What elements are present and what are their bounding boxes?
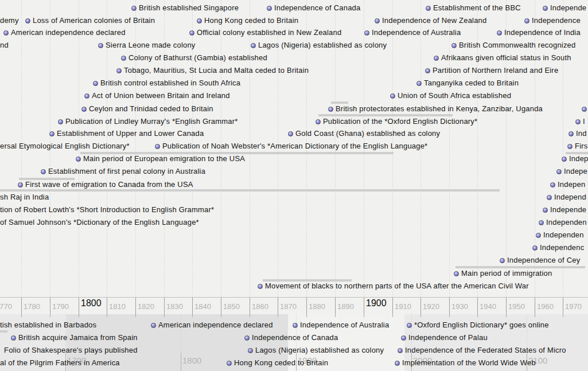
event-dot[interactable] <box>258 284 263 289</box>
event-dot[interactable] <box>539 220 544 225</box>
event-label[interactable]: British control established in South Afr… <box>100 79 240 88</box>
event-dot[interactable] <box>532 245 538 251</box>
event-label[interactable]: Publication of Noah Webster's *American … <box>162 142 427 151</box>
event-label[interactable]: Independenc <box>540 243 584 252</box>
event-label[interactable]: Indep <box>569 154 588 163</box>
event-label[interactable]: Indepen <box>558 180 585 189</box>
event-label[interactable]: Folio of Shakespeare's plays published <box>4 346 138 355</box>
event-label[interactable]: demy <box>0 16 19 25</box>
event-dot[interactable] <box>543 208 548 213</box>
event-dot[interactable] <box>556 169 562 174</box>
event-label[interactable]: sh Raj in India <box>0 193 49 202</box>
event-label[interactable]: American independence declared <box>11 28 126 37</box>
event-dot[interactable] <box>567 144 573 149</box>
event-label[interactable]: of Samuel Johnson's *Dictionary of the E… <box>0 218 199 227</box>
event-label[interactable]: Indepe <box>564 167 587 176</box>
event-dot[interactable] <box>76 157 81 162</box>
event-label[interactable]: British established Singapore <box>139 3 239 13</box>
event-dot[interactable] <box>434 56 439 61</box>
event-label[interactable]: Independen <box>543 231 584 240</box>
event-label[interactable]: Independen <box>546 218 587 227</box>
event-label[interactable]: Main period of European emigration to th… <box>83 154 245 163</box>
event-dot[interactable] <box>248 348 253 353</box>
event-dot[interactable] <box>93 81 98 86</box>
event-dot[interactable] <box>251 43 256 48</box>
event-label[interactable]: Afrikaans given official status in South <box>441 53 571 63</box>
event-label[interactable]: Main period of immigration <box>461 269 552 278</box>
event-dot[interactable] <box>49 131 54 136</box>
event-dot[interactable] <box>328 107 333 112</box>
event-dot[interactable] <box>407 323 412 328</box>
event-label[interactable]: Firs <box>575 142 587 151</box>
event-dot[interactable] <box>81 107 87 112</box>
event-dot[interactable] <box>151 323 156 328</box>
event-dot[interactable] <box>582 107 587 112</box>
event-label[interactable]: Union of South Africa established <box>398 91 511 100</box>
event-label[interactable]: Sierra Leone made colony <box>106 41 196 50</box>
event-label[interactable]: Independe <box>550 205 586 214</box>
event-dot[interactable] <box>227 361 232 366</box>
event-dot[interactable] <box>58 119 63 124</box>
event-label[interactable]: British Commonwealth recognized <box>459 41 575 50</box>
event-dot[interactable] <box>550 182 555 188</box>
event-label[interactable]: American independence declared <box>158 321 273 330</box>
event-dot[interactable] <box>3 30 9 36</box>
event-dot[interactable] <box>568 131 574 136</box>
event-label[interactable]: Act of Union between Britain and Ireland <box>92 91 230 100</box>
event-dot[interactable] <box>11 335 16 341</box>
event-dot[interactable] <box>84 93 89 99</box>
event-label[interactable]: Colony of Bathurst (Gambia) established <box>128 53 267 63</box>
event-dot[interactable] <box>425 68 430 73</box>
event-label[interactable]: Independe <box>550 3 586 13</box>
event-label[interactable]: Lagos (Nigeria) established as colony <box>258 41 387 50</box>
event-dot[interactable] <box>25 18 30 24</box>
event-label[interactable]: Publication of Lindley Murray's *English… <box>65 117 238 126</box>
event-label[interactable]: Independence of Australia <box>372 28 461 37</box>
event-label[interactable]: Independence of the Federated States of … <box>405 346 566 355</box>
event-label[interactable]: Hong Kong ceded to Britain <box>204 16 298 25</box>
event-label[interactable]: Movement of blacks to northern parts of … <box>265 282 529 291</box>
event-dot[interactable] <box>398 348 403 353</box>
event-dot[interactable] <box>364 30 369 36</box>
event-label[interactable]: Tobago, Mauritius, St Lucia and Malta ce… <box>124 66 309 75</box>
event-dot[interactable] <box>98 43 103 48</box>
event-dot[interactable] <box>454 271 459 276</box>
event-dot[interactable] <box>401 335 406 341</box>
event-dot[interactable] <box>189 30 194 36</box>
event-dot[interactable] <box>375 18 380 24</box>
event-dot[interactable] <box>197 18 202 24</box>
event-label[interactable]: Independence of New Zealand <box>382 16 486 25</box>
event-dot[interactable] <box>451 43 457 48</box>
event-label[interactable]: Independ <box>554 193 586 202</box>
event-label[interactable]: al of the Pilgrim Fathers in America <box>0 358 120 368</box>
event-dot[interactable] <box>543 6 548 11</box>
event-dot[interactable] <box>155 144 160 149</box>
event-label[interactable]: Independence of Canada <box>252 333 338 342</box>
event-label[interactable]: British acquire Jamaica from Spain <box>18 333 138 342</box>
event-label[interactable]: Establishment of the BBC <box>433 3 521 13</box>
event-dot[interactable] <box>288 131 293 136</box>
event-dot[interactable] <box>293 323 298 328</box>
event-dot[interactable] <box>575 119 581 124</box>
event-dot[interactable] <box>244 335 250 341</box>
event-label[interactable]: Tanganyika ceded to Britain <box>424 79 519 88</box>
event-dot[interactable] <box>121 56 126 61</box>
event-label[interactable]: Independence of Canada <box>274 3 360 13</box>
event-dot[interactable] <box>390 93 395 99</box>
event-dot[interactable] <box>562 157 567 162</box>
event-dot[interactable] <box>497 30 502 36</box>
event-label[interactable]: Implementation of the World Wide Web <box>402 358 536 368</box>
event-dot[interactable] <box>536 233 541 238</box>
event-label[interactable]: Lagos (Nigeria) established as colony <box>255 346 384 355</box>
event-label[interactable]: Ceylon and Trinidad ceded to Britain <box>89 104 213 114</box>
event-label[interactable]: British protectorates established in Ken… <box>336 104 543 114</box>
event-dot[interactable] <box>500 258 505 263</box>
event-label[interactable]: *Oxford English Dictionary* goes online <box>414 321 549 330</box>
event-label[interactable]: Gold Coast (Ghana) established as colony <box>295 129 440 138</box>
event-label[interactable]: Ind <box>576 129 587 138</box>
event-label[interactable]: Independence of Australia <box>300 321 389 330</box>
event-label[interactable]: Establishment of first penal colony in A… <box>48 167 205 176</box>
event-label[interactable]: First wave of emigration to Canada from … <box>25 180 193 189</box>
event-label[interactable]: Loss of American colonies of Britain <box>33 16 155 25</box>
event-dot[interactable] <box>395 361 400 366</box>
